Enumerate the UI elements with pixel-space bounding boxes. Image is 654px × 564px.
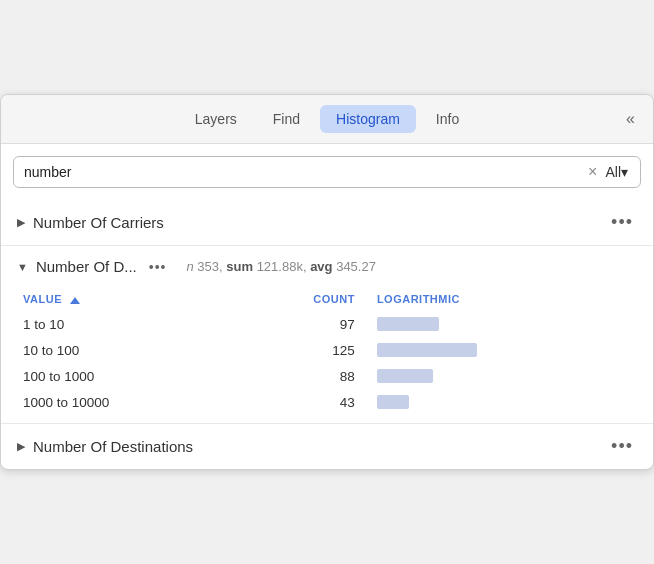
section-d-title: Number Of D... bbox=[36, 258, 137, 275]
bar-cell bbox=[361, 363, 637, 389]
expand-destinations-chevron[interactable]: ▶ bbox=[17, 440, 25, 453]
section-carriers-more-button[interactable]: ••• bbox=[607, 212, 637, 233]
section-carriers-header: ▶ Number Of Carriers ••• bbox=[17, 212, 637, 233]
bar bbox=[377, 395, 409, 409]
bar-container bbox=[377, 394, 631, 410]
table-row: 1 to 10 97 bbox=[17, 311, 637, 337]
section-d-more-button[interactable]: ••• bbox=[145, 259, 171, 275]
search-filter-dropdown[interactable]: All ▾ bbox=[603, 164, 630, 180]
section-carriers-title-area: ▶ Number Of Carriers bbox=[17, 214, 164, 231]
sort-asc-icon bbox=[70, 297, 80, 304]
section-d-title-area: ▼ Number Of D... ••• n 353, sum 121.88k,… bbox=[17, 258, 376, 275]
histogram-table: Value Count Logarithmic 1 to 10 97 10 to… bbox=[17, 289, 637, 415]
tab-bar: Layers Find Histogram Info « bbox=[1, 95, 653, 144]
count-cell: 88 bbox=[240, 363, 361, 389]
bar-container bbox=[377, 368, 631, 384]
range-cell: 1 to 10 bbox=[17, 311, 240, 337]
col-header-value[interactable]: Value bbox=[17, 289, 240, 311]
section-d: ▼ Number Of D... ••• n 353, sum 121.88k,… bbox=[1, 246, 653, 424]
tab-layers[interactable]: Layers bbox=[179, 105, 253, 133]
range-cell: 10 to 100 bbox=[17, 337, 240, 363]
bar-container bbox=[377, 342, 631, 358]
bar bbox=[377, 369, 433, 383]
section-destinations-more-button[interactable]: ••• bbox=[607, 436, 637, 457]
section-d-stats: n 353, sum 121.88k, avg 345.27 bbox=[186, 259, 375, 274]
section-carriers-title: Number Of Carriers bbox=[33, 214, 164, 231]
section-destinations-title: Number Of Destinations bbox=[33, 438, 193, 455]
expand-carriers-chevron[interactable]: ▶ bbox=[17, 216, 25, 229]
tab-find[interactable]: Find bbox=[257, 105, 316, 133]
section-destinations-title-area: ▶ Number Of Destinations bbox=[17, 438, 193, 455]
bar bbox=[377, 343, 477, 357]
search-bar: × All ▾ bbox=[13, 156, 641, 188]
dropdown-arrow-icon: ▾ bbox=[621, 164, 628, 180]
search-clear-button[interactable]: × bbox=[582, 163, 603, 181]
main-panel: Layers Find Histogram Info « × All ▾ ▶ N… bbox=[0, 94, 654, 470]
table-row: 1000 to 10000 43 bbox=[17, 389, 637, 415]
section-destinations-header: ▶ Number Of Destinations ••• bbox=[17, 436, 637, 457]
count-cell: 97 bbox=[240, 311, 361, 337]
table-row: 100 to 1000 88 bbox=[17, 363, 637, 389]
col-header-log: Logarithmic bbox=[361, 289, 637, 311]
bar-cell bbox=[361, 337, 637, 363]
bar bbox=[377, 317, 439, 331]
table-row: 10 to 100 125 bbox=[17, 337, 637, 363]
search-filter-label: All bbox=[605, 164, 621, 180]
tab-info[interactable]: Info bbox=[420, 105, 475, 133]
bar-container bbox=[377, 316, 631, 332]
section-destinations: ▶ Number Of Destinations ••• bbox=[1, 424, 653, 469]
collapse-d-chevron[interactable]: ▼ bbox=[17, 261, 28, 273]
range-cell: 1000 to 10000 bbox=[17, 389, 240, 415]
section-d-header: ▼ Number Of D... ••• n 353, sum 121.88k,… bbox=[17, 258, 637, 275]
tab-histogram[interactable]: Histogram bbox=[320, 105, 416, 133]
col-header-count[interactable]: Count bbox=[240, 289, 361, 311]
tab-list: Layers Find Histogram Info bbox=[9, 95, 645, 143]
search-input[interactable] bbox=[24, 164, 582, 180]
count-cell: 125 bbox=[240, 337, 361, 363]
range-cell: 100 to 1000 bbox=[17, 363, 240, 389]
bar-cell bbox=[361, 389, 637, 415]
count-cell: 43 bbox=[240, 389, 361, 415]
bar-cell bbox=[361, 311, 637, 337]
collapse-button[interactable]: « bbox=[618, 106, 643, 132]
section-carriers: ▶ Number Of Carriers ••• bbox=[1, 200, 653, 246]
